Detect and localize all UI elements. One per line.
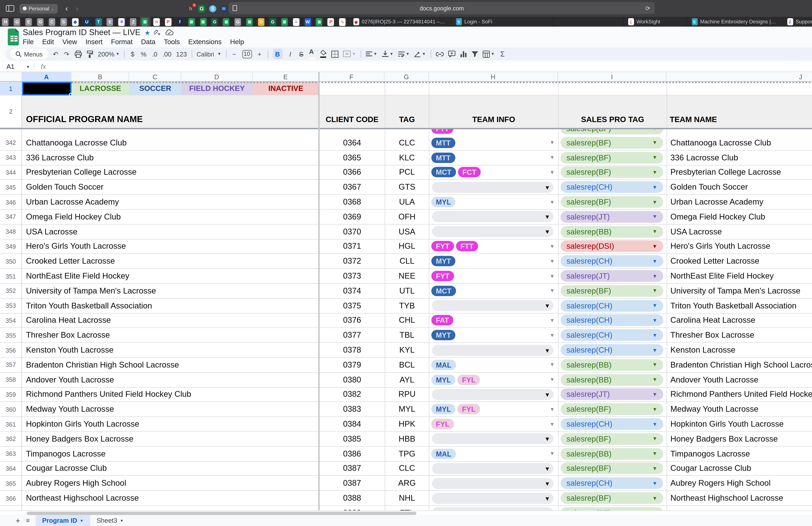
column-header-E[interactable]: E: [253, 72, 319, 81]
empty-dropdown[interactable]: ▼: [432, 389, 553, 400]
tag-chip[interactable]: MAL: [431, 360, 456, 370]
salesrep-pill[interactable]: salesrep(BB)▼: [561, 226, 663, 237]
program-name-cell[interactable]: Northeast Highschool Lacrosse: [22, 491, 319, 506]
dropdown-arrow-icon[interactable]: ▼: [550, 332, 555, 338]
row-number[interactable]: 362: [0, 432, 22, 447]
extension-icon[interactable]: ≋: [220, 5, 227, 12]
pinned-tab[interactable]: U: [81, 17, 93, 27]
tag-cell[interactable]: CLC: [385, 136, 429, 150]
pinned-tab[interactable]: G: [12, 17, 24, 27]
text-color-button[interactable]: A: [309, 49, 316, 59]
client-code-cell[interactable]: 0380: [319, 372, 385, 388]
tag-chip[interactable]: FYL: [458, 375, 480, 385]
program-name-cell[interactable]: Aubrey Rogers High School: [22, 476, 319, 491]
column-header-D[interactable]: D: [181, 72, 253, 81]
pinned-tab[interactable]: ≣: [198, 17, 209, 27]
dropdown-arrow-icon[interactable]: ▼: [652, 406, 657, 412]
column-header-A[interactable]: A: [22, 72, 71, 81]
borders-button[interactable]: [331, 49, 338, 59]
doc-title[interactable]: Sales Program ID Sheet — LIVE: [23, 28, 141, 37]
selected-cell-a1[interactable]: [22, 82, 71, 96]
salesrep-pill[interactable]: salesrep(JT)▼: [561, 211, 663, 223]
client-code-cell[interactable]: 0376: [319, 313, 385, 328]
tag-chip[interactable]: MYL: [431, 375, 455, 385]
team-name-cell[interactable]: Triton Youth Basketball Association: [667, 298, 812, 313]
client-code-cell[interactable]: 0378: [319, 343, 385, 358]
program-name-cell[interactable]: Honey Badgers Box Lacrosse: [22, 432, 319, 447]
sales-pro-tag-cell[interactable]: salesrep(CH)▼: [558, 417, 667, 432]
create-filter-button[interactable]: [471, 49, 478, 59]
menu-file[interactable]: File: [23, 38, 34, 45]
header-tag[interactable]: TAG: [385, 96, 429, 128]
tag-chip[interactable]: FYT: [431, 271, 454, 281]
team-info-cell[interactable]: MYLFYL▼: [429, 372, 558, 388]
program-name-cell[interactable]: Golden Touch Soccer: [22, 180, 319, 195]
header-team-name[interactable]: TEAM NAME: [667, 96, 812, 128]
back-button[interactable]: ‹: [65, 4, 68, 12]
dropdown-arrow-icon[interactable]: ▼: [545, 347, 550, 354]
team-info-cell[interactable]: ▼: [429, 432, 558, 447]
header-official-program-name[interactable]: OFFICIAL PROGRAM NAME: [22, 96, 319, 128]
pinned-tab[interactable]: G: [209, 17, 221, 27]
row-number[interactable]: [0, 129, 22, 136]
program-name-cell[interactable]: Cougar Lacrosse Club: [22, 462, 319, 476]
tag-cell[interactable]: HBB: [385, 432, 429, 447]
dropdown-arrow-icon[interactable]: ▼: [545, 495, 550, 502]
client-code-cell[interactable]: 0368: [319, 195, 385, 210]
program-name-cell[interactable]: Andover Youth Lacrosse: [22, 372, 319, 388]
team-name-cell[interactable]: Richmond Panthers United Field Hockey Cl…: [667, 388, 812, 402]
program-name-cell[interactable]: Timpanogos Lacrosse: [22, 447, 319, 462]
client-code-cell[interactable]: 0367: [319, 180, 385, 195]
team-info-cell[interactable]: MYT▼: [429, 254, 558, 269]
salesrep-pill[interactable]: salesrep(BF)▼: [561, 492, 663, 504]
team-info-cell[interactable]: ▼: [429, 210, 558, 224]
program-name-cell[interactable]: Thresher Box Lacrosse: [22, 328, 319, 343]
team-name-cell[interactable]: Hopkinton Girls Youth Lacrosse: [667, 417, 812, 432]
program-name-cell[interactable]: Omega Field Hockey Club: [22, 210, 319, 224]
tag-cell[interactable]: CHL: [385, 313, 429, 328]
tag-chip[interactable]: MAL: [431, 449, 456, 459]
insert-chart-button[interactable]: [460, 49, 467, 59]
browser-tab[interactable]: EMachine Embroidery Designs | Embroidery…: [687, 17, 783, 27]
team-info-cell[interactable]: ▼: [429, 298, 558, 313]
row-number[interactable]: 344: [0, 165, 22, 180]
salesrep-pill[interactable]: salesrep(BF)▼: [561, 152, 663, 163]
dropdown-arrow-icon[interactable]: ▼: [550, 288, 555, 294]
sales-pro-tag-cell[interactable]: salesrep(BB)▼: [558, 372, 667, 388]
salesrep-pill[interactable]: salesrep(CH)▼: [561, 478, 663, 489]
forward-button[interactable]: ›: [76, 4, 78, 12]
program-name-cell[interactable]: Kenston Youth Lacrosse: [22, 343, 319, 358]
client-code-cell[interactable]: 0387: [319, 476, 385, 491]
dropdown-arrow-icon[interactable]: ▼: [652, 244, 657, 249]
browser-tab[interactable]: ZSupported File & Media Formats - Ziflow: [783, 17, 812, 27]
tag-cell[interactable]: NHL: [385, 491, 429, 506]
dropdown-arrow-icon[interactable]: ▼: [652, 214, 657, 220]
sales-pro-tag-cell[interactable]: salesrep(CH)▼: [558, 313, 667, 328]
star-icon[interactable]: ★: [144, 29, 150, 36]
dropdown-arrow-icon[interactable]: ▼: [550, 170, 555, 175]
row-number[interactable]: 350: [0, 254, 22, 269]
menu-insert[interactable]: Insert: [85, 38, 102, 45]
team-info-cell[interactable]: ▼: [429, 343, 558, 358]
dropdown-arrow-icon[interactable]: ▼: [652, 170, 657, 175]
program-name-cell[interactable]: NorthEast Elite Field Hockey: [22, 269, 319, 284]
horizontal-scrollbar[interactable]: ◀▶: [0, 510, 812, 515]
increase-decimal-button[interactable]: .00: [162, 49, 172, 59]
tag-cell[interactable]: OFH: [385, 210, 429, 224]
row-number[interactable]: 354: [0, 313, 22, 328]
row-number[interactable]: 345: [0, 180, 22, 195]
tag-chip[interactable]: MTT: [431, 152, 455, 163]
pinned-tab[interactable]: G: [232, 17, 244, 27]
salesrep-pill[interactable]: salesrep(BF)▼: [561, 463, 663, 474]
row-number[interactable]: 356: [0, 343, 22, 358]
empty-dropdown[interactable]: ▼: [432, 493, 553, 503]
dropdown-arrow-icon[interactable]: ▼: [652, 140, 657, 146]
salesrep-pill[interactable]: salesrep(CH)▼: [561, 255, 663, 267]
pinned-tab[interactable]: ∿: [337, 17, 349, 27]
sales-pro-tag-cell[interactable]: salesrep(BF)▼: [558, 165, 667, 180]
dropdown-arrow-icon[interactable]: ▼: [550, 199, 555, 205]
program-name-cell[interactable]: Medway Youth Lacrosse: [22, 402, 319, 417]
salesrep-pill[interactable]: salesrep(JT)▼: [561, 389, 663, 400]
menus-search-button[interactable]: Menus: [10, 49, 48, 59]
client-code-cell[interactable]: 0387: [319, 462, 385, 476]
